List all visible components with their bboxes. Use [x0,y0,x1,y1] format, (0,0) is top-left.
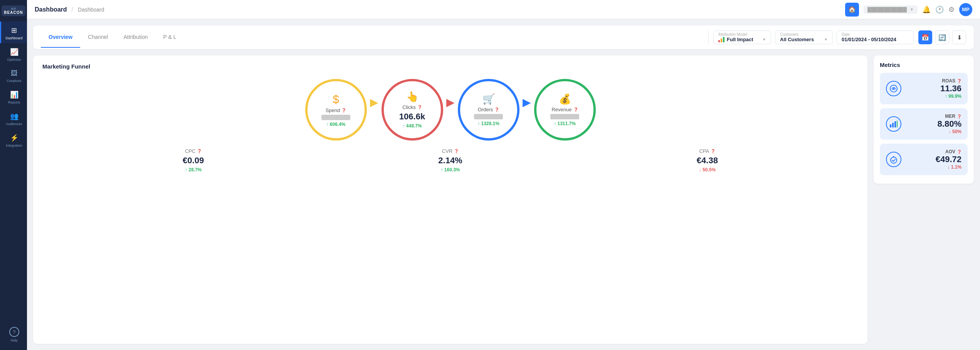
funnel-spend-circle: $ Spend ❓ ↑ 606.4% [305,79,367,141]
funnel-card: Marketing Funnel $ Spend ❓ ↑ 606.4% [33,55,867,344]
settings-icon[interactable]: ⚙ [948,5,955,14]
svg-point-6 [891,157,897,163]
sidebar-item-creatives[interactable]: 🖼 Creatives [0,65,27,86]
funnel-orders-wrapper: 🛒 Orders ❓ ↑ 1328.1% [458,79,519,141]
sidebar-item-help[interactable]: ? Help [0,322,27,345]
funnel-clicks-wrapper: 👆 Clicks ❓ 106.6k ↑ 448.7% [382,79,443,141]
funnel-revenue-circle: 💰 Revenue ❓ ↑ 1311.7% [534,79,596,141]
funnel-clicks-circle: 👆 Clicks ❓ 106.6k ↑ 448.7% [382,79,443,141]
home-button[interactable]: 🏠 [845,3,859,17]
orders-pct: ↑ 1328.1% [477,121,499,126]
integration-icon: ⚡ [10,134,18,142]
mer-pct: ↓ 50% [949,129,962,134]
roas-pct: ↑ 99.9% [945,94,962,99]
mer-value: 8.80% [938,119,962,129]
attribution-model-label: Attribution Model [718,32,766,37]
account-selector[interactable]: ████████████ ▼ [864,5,918,14]
metric-cpa: CPA ❓ €4.38 ↓ 50.5% [697,148,718,172]
clicks-value: 106.6k [399,112,425,122]
account-name: ████████████ [867,7,908,12]
aov-help-icon[interactable]: ❓ [957,150,962,154]
attribution-chevron-icon: ▼ [762,37,766,42]
orders-value-blurred [474,114,503,119]
tab-overview[interactable]: Overview [41,27,80,48]
cvr-pct: ↑ 160.3% [440,167,460,172]
tab-nav: Overview Channel Attribution P & L [41,27,704,48]
roas-info: ROAS ❓ 11.36 ↑ 99.9% [906,78,962,99]
cpa-pct: ↓ 50.5% [699,167,716,172]
sidebar-label-audiences: Audiences [6,122,22,126]
metrics-title: Metrics [880,62,968,68]
sidebar-label-reports: Reports [8,100,20,104]
tab-channel[interactable]: Channel [80,27,116,48]
date-select[interactable]: Date 01/01/2024 - 05/10/2024 [837,30,914,44]
date-label: Date [842,32,909,37]
dashboard-body: Marketing Funnel $ Spend ❓ ↑ 606.4% [33,55,974,344]
clicks-help-icon[interactable]: ❓ [417,105,422,109]
orders-icon: 🛒 [482,93,495,105]
mer-help-icon[interactable]: ❓ [957,114,962,119]
page-subtitle: Dashboard [78,7,104,13]
spend-icon: $ [333,93,339,106]
sidebar-item-integration[interactable]: ⚡ Integration [0,129,27,151]
clicks-icon: 👆 [406,91,419,103]
help-icon: ? [9,327,19,337]
metric-card-roas: ROAS ❓ 11.36 ↑ 99.9% [880,73,968,104]
filter-divider-1 [708,30,709,44]
sidebar-item-dashboard[interactable]: ⊞ Dashboard [0,22,27,43]
attribution-model-value: Full Impact ▼ [718,37,766,42]
sidebar-item-reports[interactable]: 📊 Reports [0,86,27,107]
arrow-1-icon: ▶ [370,96,378,109]
aov-pct: ↓ 1.1% [947,164,962,170]
tab-attribution[interactable]: Attribution [116,27,155,48]
customers-chevron-icon: ▼ [824,37,828,42]
cpc-pct: ↑ 28.7% [185,167,202,172]
sidebar-label-dashboard: Dashboard [5,36,22,40]
refresh-button[interactable]: 🔄 [935,30,949,44]
funnel-revenue-wrapper: 💰 Revenue ❓ ↑ 1311.7% [534,79,596,141]
funnel-spend-wrapper: $ Spend ❓ ↑ 606.4% [305,79,367,141]
orders-help-icon[interactable]: ❓ [494,107,499,112]
metrics-sidebar: Metrics [874,55,974,344]
cvr-help-icon[interactable]: ❓ [454,149,459,153]
aov-value: €49.72 [936,154,962,164]
revenue-value-blurred [550,114,579,119]
notification-icon[interactable]: 🔔 [922,5,931,14]
mer-icon [886,116,901,132]
revenue-label: Revenue ❓ [551,107,578,112]
metric-card-mer: MER ❓ 8.80% ↓ 50% [880,108,968,140]
cvr-value: 2.14% [438,156,462,166]
customers-select[interactable]: Customers All Customers ▼ [775,30,833,44]
sidebar-label-creatives: Creatives [7,79,21,83]
cpc-help-icon[interactable]: ❓ [197,149,202,153]
mer-info: MER ❓ 8.80% ↓ 50% [906,114,962,134]
clicks-pct: ↑ 448.7% [402,123,422,129]
page-title: Dashboard [35,6,67,13]
date-value: 01/01/2024 - 05/10/2024 [842,37,909,42]
cpa-value: €4.38 [697,156,718,166]
cpa-help-icon[interactable]: ❓ [711,149,715,153]
avatar[interactable]: MP [959,3,972,16]
clock-icon[interactable]: 🕐 [935,5,944,14]
reports-icon: 📊 [10,90,18,99]
attribution-model-select[interactable]: Attribution Model Full Impact ▼ [713,30,771,44]
calendar-button[interactable]: 📅 [918,30,932,44]
roas-help-icon[interactable]: ❓ [957,79,962,83]
sidebar-item-audiences[interactable]: 👥 Audiences [0,107,27,129]
download-button[interactable]: ⬇ [952,30,966,44]
header: Dashboard / Dashboard 🏠 ████████████ ▼ 🔔… [27,0,980,19]
funnel-title: Marketing Funnel [42,63,858,70]
aov-icon [886,152,901,167]
tab-pnl[interactable]: P & L [155,27,184,48]
customers-value: All Customers ▼ [780,37,828,42]
roas-value: 11.36 [940,84,962,94]
revenue-help-icon[interactable]: ❓ [573,107,578,112]
dashboard-icon: ⊞ [11,26,17,35]
below-metrics: CPC ❓ €0.09 ↑ 28.7% CVR ❓ 2.14% ↑ 160.3% [42,148,858,172]
cpc-value: €0.09 [183,156,204,166]
sidebar-item-optimize[interactable]: 📈 Optimize [0,43,27,65]
sidebar: AD BEACON ⊞ Dashboard 📈 Optimize 🖼 Creat… [0,0,27,350]
metric-cpc: CPC ❓ €0.09 ↑ 28.7% [183,148,204,172]
spend-help-icon[interactable]: ❓ [341,108,346,112]
audiences-icon: 👥 [10,112,18,121]
